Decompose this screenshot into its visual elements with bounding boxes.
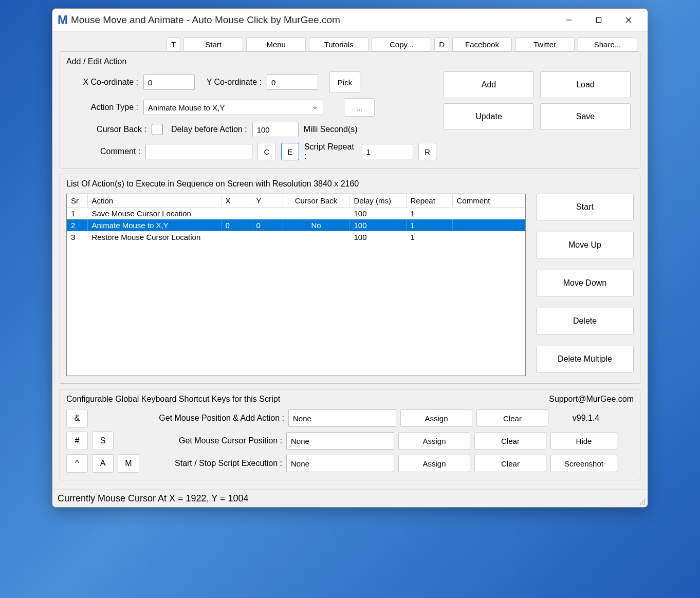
twitter-button[interactable]: Twitter: [515, 38, 575, 51]
window-title: Mouse Move and Animate - Auto Mouse Clic…: [71, 14, 554, 26]
move-down-button[interactable]: Move Down: [536, 270, 634, 296]
th-y[interactable]: Y: [252, 194, 283, 208]
status-text: Currently Mouse Cursor At X = 1922, Y = …: [58, 493, 249, 503]
th-delay[interactable]: Delay (ms): [349, 194, 406, 208]
dots-button[interactable]: ...: [344, 98, 375, 117]
tutorials-button[interactable]: Tutorials: [309, 38, 369, 51]
d-button[interactable]: D: [434, 38, 449, 51]
shortcut3-label: Start / Stop Script Execution :: [143, 459, 282, 468]
hide-button[interactable]: Hide: [550, 432, 617, 450]
table-row[interactable]: 1Save Mouse Cursor Location1001: [67, 208, 525, 220]
hash-button[interactable]: #: [66, 432, 88, 450]
x-label: X Co-ordinate :: [66, 78, 138, 87]
add-edit-group: Add / Edit Action X Co-ordinate : Y Co-o…: [60, 51, 640, 169]
s-button[interactable]: S: [92, 432, 114, 450]
comment-label: Comment :: [66, 147, 140, 156]
amp-button[interactable]: &: [66, 409, 88, 427]
action-type-label: Action Type :: [66, 103, 138, 112]
delay-input[interactable]: [252, 122, 299, 137]
update-button[interactable]: Update: [444, 103, 534, 130]
cursor-back-label: Cursor Back :: [66, 125, 146, 134]
load-button[interactable]: Load: [540, 71, 631, 98]
delay-unit: Milli Second(s): [304, 125, 358, 134]
th-comment[interactable]: Comment: [452, 194, 525, 208]
list-group: List Of Action(s) to Execute in Sequence…: [60, 174, 640, 384]
svg-point-6: [644, 503, 645, 504]
app-window: M Mouse Move and Animate - Auto Mouse Cl…: [52, 8, 648, 508]
clear3-button[interactable]: Clear: [474, 455, 546, 472]
copy-button[interactable]: Copy...: [372, 38, 431, 51]
version-label: v99.1.4: [552, 414, 619, 423]
cursor-back-checkbox[interactable]: [152, 124, 163, 135]
t-button[interactable]: T: [167, 38, 180, 51]
app-icon: M: [58, 13, 68, 27]
status-bar: Currently Mouse Cursor At X = 1922, Y = …: [52, 490, 648, 507]
start-toolbar-button[interactable]: Start: [183, 38, 243, 51]
screenshot-button[interactable]: Screenshot: [550, 455, 617, 472]
save-button[interactable]: Save: [540, 103, 631, 130]
x-input[interactable]: [143, 74, 195, 90]
add-edit-title: Add / Edit Action: [66, 57, 634, 66]
minimize-button[interactable]: [554, 9, 584, 31]
svg-point-8: [642, 503, 643, 504]
shortcut2-label: Get Mouse Cursor Position :: [118, 436, 282, 445]
y-input[interactable]: [267, 74, 318, 90]
th-sr[interactable]: Sr: [67, 194, 87, 208]
clear1-button[interactable]: Clear: [476, 409, 548, 427]
actions-table[interactable]: Sr Action X Y Cursor Back Delay (ms) Rep…: [66, 194, 526, 376]
svg-point-7: [642, 501, 643, 502]
a-button[interactable]: A: [92, 454, 114, 473]
resize-grip-icon[interactable]: [637, 497, 646, 505]
shortcuts-title: Configurable Global Keyboard Shortcut Ke…: [66, 395, 280, 404]
share-button[interactable]: Share...: [578, 38, 637, 51]
delete-multiple-button[interactable]: Delete Multiple: [536, 346, 634, 372]
r-button[interactable]: R: [418, 143, 436, 160]
comment-input[interactable]: [145, 144, 252, 159]
delay-label: Delay before Action :: [171, 125, 247, 134]
e-button[interactable]: E: [281, 143, 299, 160]
support-link[interactable]: Support@MurGee.com: [549, 395, 634, 409]
delete-button[interactable]: Delete: [536, 308, 634, 334]
clear2-button[interactable]: Clear: [474, 432, 546, 450]
maximize-button[interactable]: [584, 9, 614, 31]
th-action[interactable]: Action: [87, 194, 221, 208]
shortcut2-input[interactable]: [286, 432, 394, 450]
svg-point-5: [644, 501, 645, 502]
assign3-button[interactable]: Assign: [398, 455, 470, 472]
shortcuts-group: Configurable Global Keyboard Shortcut Ke…: [60, 389, 640, 480]
menu-button[interactable]: Menu: [246, 38, 306, 51]
action-type-select[interactable]: Animate Mouse to X,Y: [143, 100, 323, 115]
shortcut1-label: Get Mouse Position & Add Action :: [120, 414, 284, 423]
c-button[interactable]: C: [257, 143, 275, 160]
add-button[interactable]: Add: [444, 71, 534, 98]
svg-point-4: [644, 499, 645, 500]
pick-button[interactable]: Pick: [329, 71, 360, 93]
start-script-button[interactable]: Start: [536, 194, 634, 220]
table-row[interactable]: 2Animate Mouse to X,Y00No1001: [67, 219, 525, 231]
table-header-row: Sr Action X Y Cursor Back Delay (ms) Rep…: [67, 194, 525, 208]
svg-rect-1: [597, 17, 601, 22]
shortcut1-input[interactable]: [288, 409, 396, 427]
move-up-button[interactable]: Move Up: [536, 232, 634, 258]
titlebar: M Mouse Move and Animate - Auto Mouse Cl…: [52, 9, 648, 31]
list-title: List Of Action(s) to Execute in Sequence…: [66, 179, 634, 189]
facebook-button[interactable]: Facebook: [452, 38, 512, 51]
th-cursor-back[interactable]: Cursor Back: [283, 194, 349, 208]
script-repeat-label: Script Repeat :: [304, 142, 357, 161]
y-label: Y Co-ordinate :: [200, 78, 262, 87]
th-repeat[interactable]: Repeat: [406, 194, 452, 208]
table-row[interactable]: 3Restore Mouse Cursor Location1001: [67, 231, 525, 243]
m-button[interactable]: M: [118, 454, 139, 473]
svg-point-9: [640, 503, 641, 504]
th-x[interactable]: X: [221, 194, 252, 208]
assign2-button[interactable]: Assign: [398, 432, 470, 450]
script-repeat-input[interactable]: [362, 144, 413, 159]
caret-button[interactable]: ^: [66, 454, 88, 473]
close-button[interactable]: [614, 9, 643, 31]
assign1-button[interactable]: Assign: [400, 409, 472, 427]
shortcut3-input[interactable]: [286, 455, 394, 472]
